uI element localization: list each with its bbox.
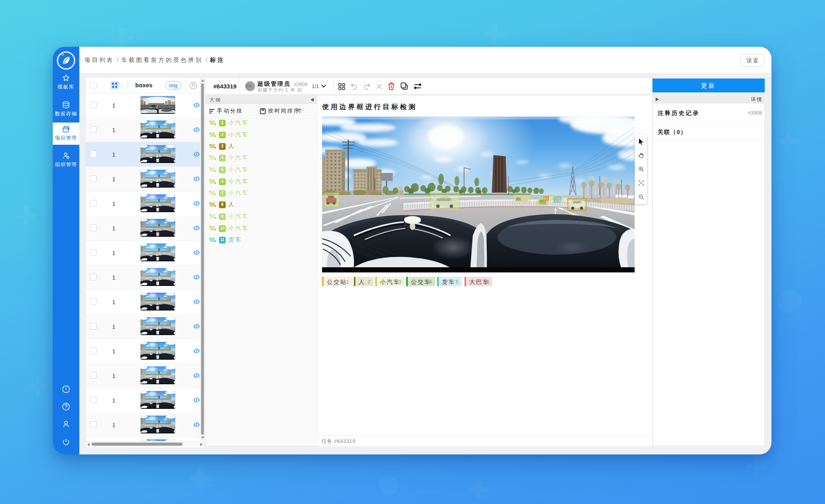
svg-text:数据: 数据 [60,53,64,56]
